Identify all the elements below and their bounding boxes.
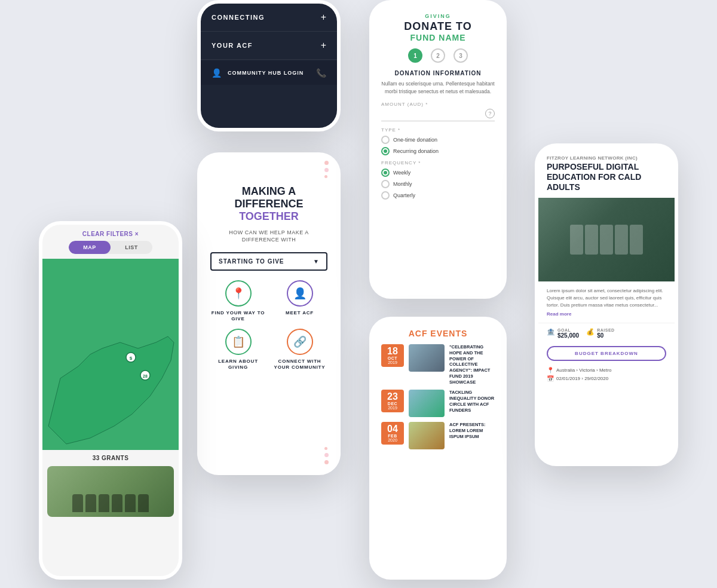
- org-name: FITZROY LEARNING NETWORK (INC): [538, 147, 675, 162]
- person-block-2: [585, 225, 598, 255]
- find-way-icon: 📍: [225, 280, 252, 307]
- diff-cards-grid: 📍 FIND YOUR WAY TO GIVE 👤 MEET ACF 📋 LEA…: [210, 280, 327, 371]
- event-1-date-box: 18 OCT 2019: [381, 344, 404, 367]
- calendar-icon: 📅: [547, 375, 554, 382]
- event-1-photo: [409, 344, 445, 372]
- clear-filters-button[interactable]: CLEAR FILTERS ×: [42, 225, 179, 241]
- person-3: [99, 494, 109, 512]
- event-2-month: DEC: [385, 402, 400, 406]
- deco-dot-b2: [324, 453, 329, 457]
- meet-acf-label: MEET ACF: [286, 310, 314, 316]
- step-2[interactable]: 2: [431, 48, 445, 63]
- event-item-2[interactable]: 23 DEC 2019 TACKLING INEQUALITY DONOR CI…: [381, 390, 495, 417]
- monthly-radio[interactable]: [381, 180, 390, 188]
- event-1-month: OCT: [385, 356, 400, 360]
- donate-steps: 1 2 3: [381, 48, 495, 63]
- nav-youracf-plus: +: [321, 40, 326, 51]
- person-block-4: [615, 225, 628, 255]
- goal-raised-row: 🏦 GOAL $25,000 💰 RAISED $0: [538, 323, 675, 344]
- event-1-photo-bg: [409, 344, 445, 372]
- amount-label: AMOUNT (AUD) *: [381, 102, 495, 107]
- victoria-map-svg: $ 28: [42, 259, 179, 450]
- people-silhouettes: [72, 494, 149, 517]
- quarterly-option[interactable]: Quarterly: [381, 191, 495, 200]
- one-time-option[interactable]: One-time donation: [381, 136, 495, 144]
- diff-card-connect[interactable]: 🔗 CONNECT WITH YOUR COMMUNITY: [272, 329, 327, 371]
- quarterly-label: Quarterly: [393, 192, 415, 198]
- phone-icon: 📞: [316, 68, 326, 78]
- weekly-option[interactable]: Weekly: [381, 169, 495, 177]
- goal-label: GOAL: [557, 328, 579, 332]
- events-title: ACF EVENTS: [381, 329, 495, 338]
- read-more-link[interactable]: Read more: [538, 311, 675, 323]
- deco-dot-b3: [324, 460, 329, 464]
- quarterly-radio[interactable]: [381, 191, 390, 200]
- event-1-day: 18: [385, 347, 400, 356]
- dropdown-label: STARTING TO GIVE: [219, 258, 284, 265]
- help-icon[interactable]: ?: [485, 109, 495, 118]
- deco-dots-top: [324, 161, 329, 178]
- grant-photo: [47, 466, 174, 517]
- step-1[interactable]: 1: [408, 48, 422, 63]
- diff-title-diff: DIFFERENCE: [210, 198, 327, 210]
- learn-label: LEARN ABOUT GIVING: [210, 359, 266, 371]
- event-item-1[interactable]: 18 OCT 2019 "CELEBRATING HOPE AND THE PO…: [381, 344, 495, 385]
- diff-card-meet-acf[interactable]: 👤 MEET ACF: [272, 280, 327, 323]
- diff-title-together: TOGETHER: [210, 210, 327, 223]
- event-3-date-box: 04 FEB 2020: [381, 422, 404, 445]
- step-3[interactable]: 3: [454, 48, 468, 63]
- fitzroy-photo: [538, 198, 675, 281]
- event-3-day: 04: [385, 424, 400, 434]
- person-6: [138, 494, 149, 512]
- map-toggle-map[interactable]: MAP: [69, 241, 111, 254]
- nav-item-connecting[interactable]: CONNECTING +: [201, 4, 337, 32]
- map-toggle-list[interactable]: LIST: [111, 241, 152, 254]
- one-time-radio[interactable]: [381, 136, 390, 144]
- person-5: [125, 494, 136, 512]
- nav-item-youracf[interactable]: YOUR ACF +: [201, 32, 337, 60]
- location-text: Australia › Victoria › Metro: [556, 368, 611, 373]
- phone-navigation: CONNECTING + YOUR ACF + 👤 COMMUNITY HUB …: [197, 0, 341, 131]
- weekly-radio-dot: [384, 171, 387, 174]
- meet-acf-icon: 👤: [287, 280, 313, 307]
- event-2-photo-bg: [409, 390, 445, 417]
- person-2: [85, 494, 96, 512]
- event-2-photo: [409, 390, 445, 417]
- fitzroy-photo-bg: [538, 198, 675, 281]
- find-way-label: FIND YOUR WAY TO GIVE: [210, 310, 266, 323]
- recurring-radio[interactable]: [381, 147, 390, 155]
- frequency-label: FREQUENCY *: [381, 160, 495, 166]
- recurring-radio-dot: [384, 149, 387, 153]
- grants-count: 33 GRANTS: [42, 450, 179, 464]
- svg-marker-0: [48, 336, 174, 444]
- event-item-3[interactable]: 04 FEB 2020 ACF PRESENTS: LOREM LOREM IS…: [381, 422, 495, 449]
- one-time-label: One-time donation: [393, 137, 437, 143]
- event-3-photo: [409, 422, 445, 449]
- phone-events: ACF EVENTS 18 OCT 2019 "CELEBRATING HOPE…: [369, 317, 507, 580]
- fund-name: FUND NAME: [381, 33, 495, 42]
- grant-photo-bg: [47, 466, 174, 517]
- recurring-option[interactable]: Recurring donation: [381, 147, 495, 155]
- budget-breakdown-button[interactable]: BUDGET BREAKDOWN: [547, 346, 666, 361]
- nav-youracf-label: YOUR ACF: [212, 42, 253, 49]
- diff-subtitle: HOW CAN WE HELP MAKE A DIFFERENCE WITH: [210, 229, 327, 244]
- diff-card-learn[interactable]: 📋 LEARN ABOUT GIVING: [210, 329, 266, 371]
- map-display: $ 28: [42, 259, 179, 450]
- deco-dot-1: [324, 161, 329, 165]
- event-2-day: 23: [385, 392, 400, 402]
- donation-description: Nullam eu scelerisque urna. Pellentesque…: [381, 80, 495, 96]
- deco-dot-b1: [324, 447, 327, 450]
- goal-icon: 🏦: [547, 328, 555, 336]
- phone-difference: MAKING A DIFFERENCE TOGETHER HOW CAN WE …: [197, 152, 341, 475]
- svg-text:$: $: [130, 356, 133, 361]
- starting-to-give-dropdown[interactable]: STARTING TO GIVE ▼: [210, 252, 327, 271]
- date-range-row: 📅 02/01/2019 › 29/02/2020: [538, 375, 675, 382]
- nav-footer[interactable]: 👤 COMMUNITY HUB LOGIN 📞: [201, 61, 337, 85]
- monthly-option[interactable]: Monthly: [381, 180, 495, 188]
- diff-card-find-way[interactable]: 📍 FIND YOUR WAY TO GIVE: [210, 280, 266, 323]
- type-label: TYPE *: [381, 127, 495, 133]
- event-3-photo-bg: [409, 422, 445, 449]
- learn-icon: 📋: [225, 329, 252, 355]
- weekly-radio[interactable]: [381, 169, 390, 177]
- date-range-text: 02/01/2019 › 29/02/2020: [556, 376, 608, 381]
